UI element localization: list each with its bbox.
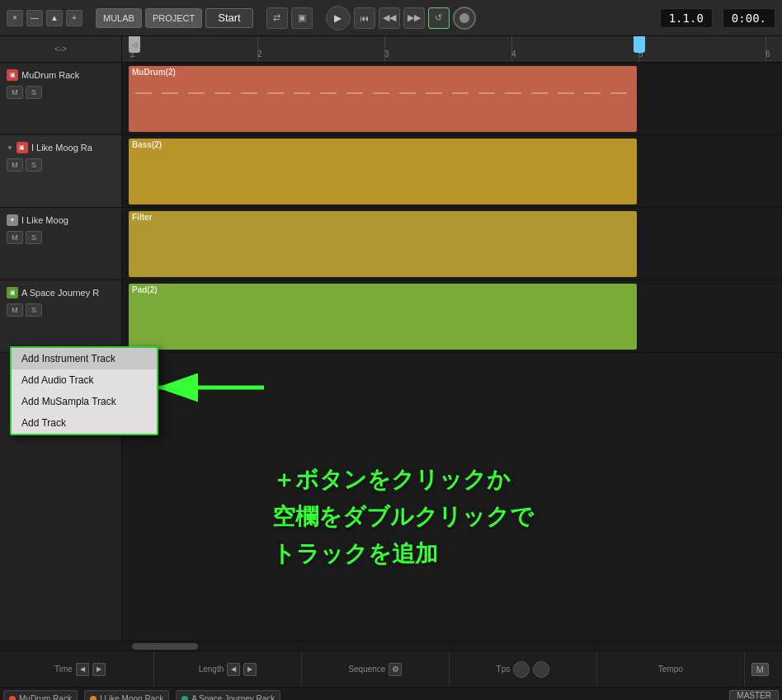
solo-button-4[interactable]: S [26, 303, 42, 317]
tempo-label: Tempo [658, 665, 683, 674]
track-header-moog-rack: ▼ ▣ I Like Moog Ra M S [0, 135, 121, 208]
time-next[interactable]: ▶ [92, 663, 106, 676]
length-nav: ◀ ▶ [227, 663, 257, 676]
track-header-moog: ✦ I Like Moog M S [0, 208, 121, 280]
clip-label-3: Filter [129, 211, 155, 223]
scrollbar-area[interactable] [0, 641, 782, 651]
expand-arrow-2[interactable]: ▼ [7, 144, 13, 152]
track-lane-4[interactable]: Pad(2) [122, 280, 782, 353]
tab-dot-1 [9, 696, 16, 701]
clip-label-1: MuDrum(2) [129, 66, 179, 78]
mulab-menu[interactable]: MULAB [96, 8, 142, 28]
solo-button-2[interactable]: S [26, 158, 42, 171]
mute-button-4[interactable]: M [7, 303, 23, 317]
m-badge[interactable]: M [751, 663, 769, 676]
mute-button-1[interactable]: M [7, 86, 23, 99]
time-section: Time ◀ ▶ [7, 651, 154, 687]
time-nav: ◀ ▶ [76, 663, 106, 676]
solo-button-3[interactable]: S [26, 231, 42, 244]
length-label: Length [199, 665, 224, 674]
track-clip-4[interactable]: Pad(2) [129, 284, 637, 350]
track-name-1: MuDrum Rack [21, 70, 115, 80]
track-header-top-3: ✦ I Like Moog [7, 214, 115, 226]
minimize-button[interactable]: — [26, 10, 43, 26]
tps-label: Tps [497, 665, 511, 674]
end-marker [634, 36, 645, 53]
track-name-2: I Like Moog Ra [31, 143, 115, 153]
sequence-label: Sequence [348, 665, 385, 674]
track-icon-3: ✦ [7, 214, 18, 226]
track-header-top-4: ▣ A Space Journey R [7, 287, 115, 298]
ruler: 1 2 3 4 5 6 ◁ [122, 36, 782, 63]
loop-button[interactable]: ↺ [428, 7, 450, 29]
track-icon-1: ▣ [7, 69, 18, 81]
play-icon: ▶ [334, 12, 342, 24]
tab-label-3: A Space Journey Rack [191, 694, 275, 700]
menu-item-add-musampla[interactable]: Add MuSampla Track [12, 391, 157, 412]
rewind-button[interactable]: ◀◀ [379, 7, 400, 29]
ruler-mark-4: 4 [511, 49, 516, 59]
close-button[interactable]: × [7, 10, 23, 26]
ruler-mark-3: 3 [384, 49, 389, 59]
track-lane-1[interactable]: MuDrum(2) [122, 63, 782, 135]
track-name-3: I Like Moog [21, 215, 115, 225]
menu-item-add-instrument[interactable]: Add Instrument Track [12, 348, 157, 369]
track-tab-spacejourney[interactable]: A Space Journey Rack [176, 690, 280, 701]
playhead-marker: ◁ [129, 36, 140, 53]
track-clip-1[interactable]: MuDrum(2) [129, 66, 637, 132]
start-button[interactable]: Start [205, 8, 252, 28]
tps-knob-1[interactable] [513, 661, 530, 678]
track-icon-2: ▣ [16, 142, 28, 153]
track-header-top-2: ▼ ▣ I Like Moog Ra [7, 142, 115, 153]
tab-dot-2 [90, 696, 97, 701]
skip-start-button[interactable]: ⏮ [354, 7, 375, 29]
top-bar: × — ▲ + MULAB PROJECT Start ⇄ ▣ ▶ ⏮ ◀◀ ▶… [0, 0, 782, 36]
solo-button-1[interactable]: S [26, 86, 42, 99]
track-buttons-1: M S [7, 86, 115, 99]
ruler-mark-6: 6 [766, 49, 770, 59]
track-area[interactable]: 1 2 3 4 5 6 ◁ MuDrum(2) [122, 36, 782, 641]
view-icon[interactable]: ▣ [291, 7, 313, 29]
tps-knob-2[interactable] [533, 661, 549, 678]
sequence-settings-icon[interactable]: ⚙ [389, 663, 402, 676]
m-section: M [745, 663, 775, 676]
menu-item-add-audio[interactable]: Add Audio Track [12, 369, 157, 391]
mute-button-2[interactable]: M [7, 158, 23, 171]
track-header-mudrum: ▣ MuDrum Rack M S [0, 63, 121, 135]
length-next[interactable]: ▶ [243, 663, 257, 676]
drag-button[interactable]: + [66, 10, 82, 26]
master-button[interactable]: MASTER [729, 690, 779, 701]
record-dot [459, 13, 469, 23]
tab-label-2: I Like Moog Rack [100, 694, 163, 700]
route-icon[interactable]: ⇄ [266, 7, 288, 29]
scrollbar-thumb[interactable] [132, 643, 198, 650]
track-clip-3[interactable]: Filter [129, 211, 637, 277]
track-lane-2[interactable]: Bass(2) [122, 135, 782, 208]
menu-item-add-track[interactable]: Add Track [12, 412, 157, 434]
track-clip-2[interactable]: Bass(2) [129, 139, 637, 204]
track-header-spacejourney: ▣ A Space Journey R M S [0, 280, 121, 353]
track-lane-3[interactable]: Filter [122, 208, 782, 280]
bottom-bar: Time ◀ ▶ Length ◀ ▶ Sequence ⚙ Tps Tempo… [0, 651, 782, 687]
track-tab-moog[interactable]: I Like Moog Rack [84, 690, 169, 701]
ruler-mark-2: 2 [257, 49, 262, 59]
track-buttons-2: M S [7, 158, 115, 171]
mute-button-3[interactable]: M [7, 231, 23, 244]
record-button[interactable] [453, 7, 476, 30]
maximize-button[interactable]: ▲ [46, 10, 63, 26]
track-name-4: A Space Journey R [21, 288, 115, 298]
time-prev[interactable]: ◀ [76, 663, 89, 676]
track-header-top-1: ▣ MuDrum Rack [7, 69, 115, 81]
length-prev[interactable]: ◀ [227, 663, 240, 676]
length-section: Length ◀ ▶ [154, 651, 302, 687]
play-button[interactable]: ▶ [326, 6, 351, 31]
time-display: 0:00. [723, 8, 775, 28]
track-tab-mudrum[interactable]: MuDrum Rack [3, 690, 78, 701]
project-menu[interactable]: PROJECT [145, 8, 202, 28]
empty-track-area[interactable] [122, 353, 782, 518]
track-headers: <-> ▣ MuDrum Rack M S ▼ ▣ I Like Moog Ra… [0, 36, 122, 641]
ruler-corner: <-> [0, 36, 121, 63]
corner-label: <-> [54, 45, 67, 54]
track-buttons-4: M S [7, 303, 115, 317]
fast-forward-button[interactable]: ▶▶ [403, 7, 425, 29]
